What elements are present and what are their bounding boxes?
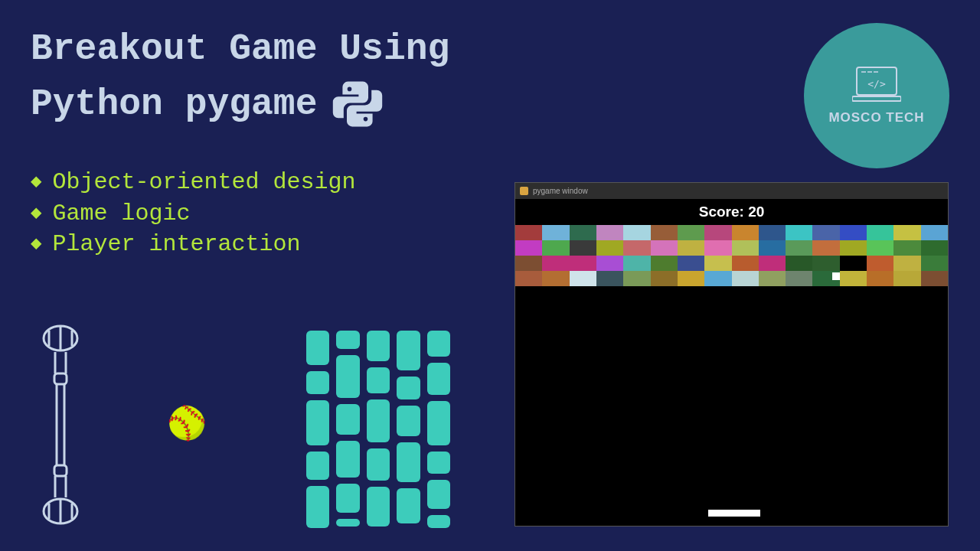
diamond-icon: ◆ bbox=[31, 201, 41, 226]
game-brick bbox=[596, 240, 623, 256]
game-brick bbox=[570, 271, 596, 286]
window-title: pygame window bbox=[533, 187, 588, 195]
bullet-list: ◆Object-oriented design ◆Game logic ◆Pla… bbox=[31, 167, 356, 260]
game-brick bbox=[678, 240, 704, 256]
game-brick bbox=[786, 256, 812, 271]
game-brick bbox=[704, 256, 731, 271]
brick-piece bbox=[306, 486, 329, 528]
brick-piece bbox=[397, 377, 420, 399]
game-brick bbox=[570, 240, 596, 256]
game-brick bbox=[893, 256, 920, 271]
game-brick bbox=[570, 256, 596, 271]
brick-piece bbox=[427, 452, 450, 474]
game-brick bbox=[596, 256, 623, 271]
diamond-icon: ◆ bbox=[31, 232, 41, 256]
game-brick bbox=[732, 271, 759, 286]
main-title: Breakout Game Using Python pygame bbox=[31, 21, 449, 132]
game-brick bbox=[623, 225, 650, 240]
svg-rect-12 bbox=[54, 373, 67, 384]
logo-badge: </> MOSCO TECH bbox=[804, 23, 949, 168]
game-brick bbox=[570, 225, 596, 240]
game-brick bbox=[759, 240, 786, 256]
brick-piece bbox=[367, 399, 390, 442]
brick-piece bbox=[336, 484, 359, 513]
game-brick bbox=[867, 256, 893, 271]
brick-piece bbox=[427, 331, 450, 357]
game-brick bbox=[893, 240, 920, 256]
title-line-1: Breakout Game Using bbox=[31, 21, 449, 77]
game-brick bbox=[515, 256, 542, 271]
game-brick bbox=[759, 271, 786, 286]
game-paddle bbox=[708, 510, 760, 517]
brick-piece bbox=[306, 400, 329, 445]
window-titlebar: pygame window bbox=[515, 183, 948, 199]
brick-piece bbox=[336, 331, 359, 349]
game-brick bbox=[812, 225, 839, 240]
game-brick bbox=[515, 271, 542, 286]
brick-piece bbox=[427, 515, 450, 528]
game-brick bbox=[596, 271, 623, 286]
game-brick bbox=[893, 271, 920, 286]
paddle-icon bbox=[37, 321, 84, 528]
brick-piece bbox=[336, 404, 359, 435]
brick-piece bbox=[427, 401, 450, 445]
game-brick bbox=[921, 256, 948, 271]
brick-grid bbox=[515, 225, 948, 286]
game-brick bbox=[867, 240, 893, 256]
game-brick bbox=[732, 240, 759, 256]
brick-piece bbox=[336, 441, 359, 478]
game-window: pygame window Score: 20 bbox=[514, 182, 949, 527]
game-brick bbox=[623, 256, 650, 271]
brick-piece bbox=[397, 442, 420, 482]
game-brick bbox=[651, 256, 678, 271]
logo-text: MOSCO TECH bbox=[828, 110, 924, 126]
game-brick bbox=[893, 225, 920, 240]
brick-piece bbox=[336, 519, 359, 527]
game-ball bbox=[832, 272, 840, 280]
game-brick bbox=[759, 225, 786, 240]
svg-text:</>: </> bbox=[867, 78, 886, 90]
score-text: Score: 20 bbox=[515, 204, 948, 220]
game-brick bbox=[515, 225, 542, 240]
game-brick bbox=[759, 256, 786, 271]
bullet-item: ◆Game logic bbox=[31, 198, 356, 230]
brick-piece bbox=[427, 480, 450, 509]
brick-piece bbox=[306, 371, 329, 393]
game-brick bbox=[840, 240, 867, 256]
game-brick bbox=[840, 271, 867, 286]
game-brick bbox=[678, 271, 704, 286]
game-brick bbox=[704, 225, 731, 240]
window-icon bbox=[520, 187, 528, 195]
game-brick bbox=[542, 271, 569, 286]
game-brick bbox=[651, 271, 678, 286]
laptop-icon: </> bbox=[852, 66, 901, 103]
game-brick bbox=[704, 240, 731, 256]
brick-piece bbox=[367, 448, 390, 481]
game-brick bbox=[786, 271, 812, 286]
game-brick bbox=[840, 256, 867, 271]
game-brick bbox=[840, 225, 867, 240]
game-brick bbox=[542, 256, 569, 271]
ball-icon: 🥎 bbox=[167, 404, 207, 442]
game-brick bbox=[812, 256, 839, 271]
diamond-icon: ◆ bbox=[31, 170, 41, 194]
svg-rect-1 bbox=[852, 96, 901, 101]
game-brick bbox=[623, 240, 650, 256]
brick-piece bbox=[427, 363, 450, 395]
brick-piece bbox=[397, 331, 420, 370]
brick-piece bbox=[367, 367, 390, 393]
title-line-2: Python pygame bbox=[31, 77, 449, 132]
game-brick bbox=[515, 240, 542, 256]
game-brick bbox=[678, 256, 704, 271]
game-brick bbox=[812, 240, 839, 256]
game-brick bbox=[651, 225, 678, 240]
game-brick bbox=[921, 240, 948, 256]
python-icon bbox=[331, 77, 384, 131]
game-area: Score: 20 bbox=[515, 199, 948, 526]
bullet-item: ◆Player interaction bbox=[31, 229, 356, 260]
game-brick bbox=[921, 225, 948, 240]
game-brick bbox=[786, 240, 812, 256]
brick-piece bbox=[397, 406, 420, 436]
game-brick bbox=[732, 256, 759, 271]
brick-piece bbox=[367, 331, 390, 361]
